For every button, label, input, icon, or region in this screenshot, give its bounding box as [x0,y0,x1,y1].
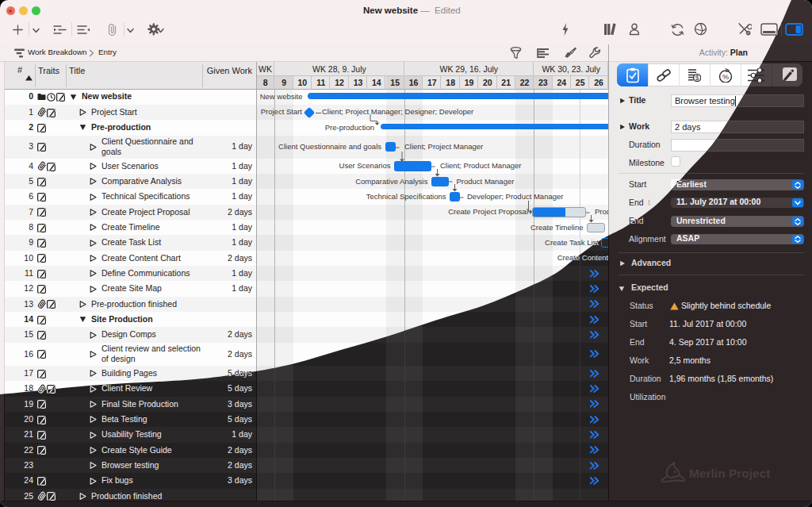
svg-text:$: $ [695,74,699,82]
svg-text:%: % [722,73,728,81]
